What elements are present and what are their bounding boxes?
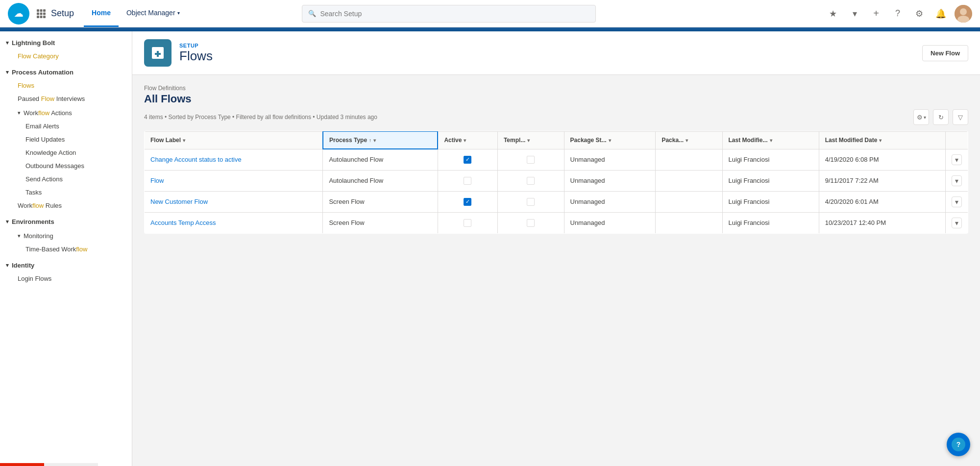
sidebar-section-workflow-actions[interactable]: ▾ Workflow Actions (0, 105, 132, 120)
row3-template-checkbox[interactable] (527, 198, 535, 206)
sidebar-section-environments[interactable]: ▾ Environments (0, 214, 132, 228)
sub-nav-bar (0, 27, 980, 31)
grid-icon[interactable] (35, 8, 47, 20)
row2-active-checkbox[interactable] (464, 177, 471, 185)
sidebar-item-send-actions[interactable]: Send Actions (0, 172, 132, 186)
refresh-button[interactable]: ↻ (933, 109, 949, 125)
send-actions-label: Send Actions (25, 175, 63, 183)
sidebar-item-login-flows[interactable]: Login Flows (0, 272, 132, 285)
col-package[interactable]: Packa... ▾ (656, 131, 722, 149)
sidebar-section-process-automation[interactable]: ▾ Process Automation (0, 65, 132, 79)
sidebar-item-flow-category[interactable]: Flow Category (0, 49, 132, 63)
sidebar-item-workflow-rules[interactable]: Workflow Rules (0, 199, 132, 212)
tab-home[interactable]: Home (84, 0, 119, 27)
star-icon[interactable]: ★ (825, 6, 841, 22)
sidebar-item-paused-flow-interviews[interactable]: Paused Flow Interviews (0, 92, 132, 105)
sidebar-item-knowledge-action[interactable]: Knowledge Action (0, 146, 132, 159)
avatar[interactable] (955, 5, 972, 23)
sidebar-item-outbound-messages[interactable]: Outbound Messages (0, 159, 132, 172)
page-header-left: SETUP Flows (144, 39, 213, 67)
row4-template-checkbox[interactable] (527, 219, 535, 227)
filter-icon: ▽ (958, 114, 963, 121)
row3-action-button[interactable]: ▾ (952, 196, 962, 207)
workflow-actions-chevron: ▾ (18, 110, 21, 116)
row2-template (497, 170, 564, 191)
row2-template-checkbox[interactable] (527, 177, 535, 185)
row4-active-checkbox[interactable] (464, 219, 471, 227)
search-input[interactable] (320, 10, 589, 18)
template-col-text: Templ... (504, 137, 525, 144)
col-process-type[interactable]: Process Type ↑ ▾ (323, 131, 438, 149)
row2-flow-link[interactable]: Flow (150, 177, 164, 184)
row2-action-button[interactable]: ▾ (952, 175, 962, 186)
sidebar-section-monitoring[interactable]: ▾ Monitoring (0, 228, 132, 243)
row1-flow-link[interactable]: Change Account status to active (150, 156, 242, 163)
plus-icon[interactable]: + (868, 6, 884, 22)
template-chevron-icon: ▾ (527, 138, 530, 143)
new-flow-button[interactable]: New Flow (922, 45, 968, 61)
svg-rect-10 (43, 16, 46, 18)
monitoring-chevron: ▾ (18, 233, 21, 239)
col-last-modified-by[interactable]: Last Modifie... ▾ (722, 131, 819, 149)
row1-process-type: Autolaunched Flow (323, 149, 438, 170)
row1-action-button[interactable]: ▾ (952, 154, 962, 165)
last-modified-date-chevron-icon: ▾ (879, 138, 882, 143)
sidebar-item-flows[interactable]: Flows (0, 79, 132, 92)
refresh-icon: ↻ (938, 114, 944, 121)
table-settings-button[interactable]: ⚙ ▾ (913, 109, 929, 125)
row2-last-modified-by: Luigi Franciosi (722, 170, 819, 191)
search-icon: 🔍 (308, 10, 316, 17)
dropdown-icon[interactable]: ▾ (847, 6, 862, 22)
search-bar[interactable]: 🔍 (302, 5, 596, 23)
table-meta-actions: ⚙ ▾ ↻ ▽ (913, 109, 968, 125)
gear-icon[interactable]: ⚙ (911, 6, 927, 22)
filter-button[interactable]: ▽ (953, 109, 968, 125)
row2-process-type: Autolaunched Flow (323, 170, 438, 191)
row4-flow-link[interactable]: Accounts Temp Access (150, 219, 216, 226)
sidebar-item-field-updates[interactable]: Field Updates (0, 133, 132, 146)
sidebar-item-time-based-workflow[interactable]: Time-Based Workflow (0, 243, 132, 256)
row1-template (497, 149, 564, 170)
progress-bar-container (0, 463, 98, 466)
help-icon[interactable]: ? (890, 6, 906, 22)
row1-last-modified-date: 4/19/2020 6:08 PM (819, 149, 945, 170)
settings-chevron-icon: ▾ (924, 115, 926, 120)
tab-object-manager[interactable]: Object Manager ▾ (119, 0, 188, 27)
col-package-status[interactable]: Package St... ▾ (564, 131, 656, 149)
salesforce-logo[interactable]: ☁ (8, 3, 29, 25)
page-header: SETUP Flows New Flow (132, 31, 980, 75)
top-nav-tabs: Home Object Manager ▾ (84, 0, 188, 27)
row1-template-checkbox[interactable] (527, 156, 535, 164)
package-col-text: Packa... (662, 137, 684, 144)
table-header: Flow Definitions All Flows (144, 85, 968, 105)
row4-last-modified-by: Luigi Franciosi (722, 212, 819, 233)
outbound-messages-label: Outbound Messages (25, 162, 84, 170)
table-row: Change Account status to active Autolaun… (145, 149, 968, 170)
row1-active-checkbox[interactable] (464, 156, 471, 164)
help-bubble[interactable]: ? (947, 433, 970, 456)
row3-active-checkbox[interactable] (464, 198, 471, 206)
active-col-text: Active (444, 137, 462, 144)
email-alerts-label: Email Alerts (25, 123, 59, 130)
svg-rect-7 (43, 12, 46, 15)
sidebar-item-email-alerts[interactable]: Email Alerts (0, 120, 132, 133)
sidebar-section-lightning-bolt[interactable]: ▾ Lightning Bolt (0, 35, 132, 49)
row3-flow-link[interactable]: New Customer Flow (150, 198, 208, 205)
col-active[interactable]: Active ▾ (438, 131, 497, 149)
row1-flow-label: Change Account status to active (145, 149, 323, 170)
row1-active (438, 149, 497, 170)
field-updates-label: Field Updates (25, 136, 65, 143)
table-meta-text: 4 items • Sorted by Process Type • Filte… (144, 114, 377, 121)
col-last-modified-date[interactable]: Last Modified Date ▾ (819, 131, 945, 149)
package-status-chevron-icon: ▾ (609, 138, 611, 143)
sidebar-item-tasks[interactable]: Tasks (0, 186, 132, 199)
row4-action-button[interactable]: ▾ (952, 218, 962, 228)
col-template[interactable]: Templ... ▾ (497, 131, 564, 149)
col-flow-label[interactable]: Flow Label ▾ (145, 131, 323, 149)
bell-icon[interactable]: 🔔 (933, 6, 949, 22)
row3-flow-label: New Customer Flow (145, 191, 323, 212)
lightning-bolt-chevron: ▾ (6, 40, 9, 46)
monitoring-label: Monitoring (24, 232, 53, 240)
sidebar-section-identity[interactable]: ▾ Identity (0, 258, 132, 272)
svg-text:?: ? (956, 441, 961, 448)
